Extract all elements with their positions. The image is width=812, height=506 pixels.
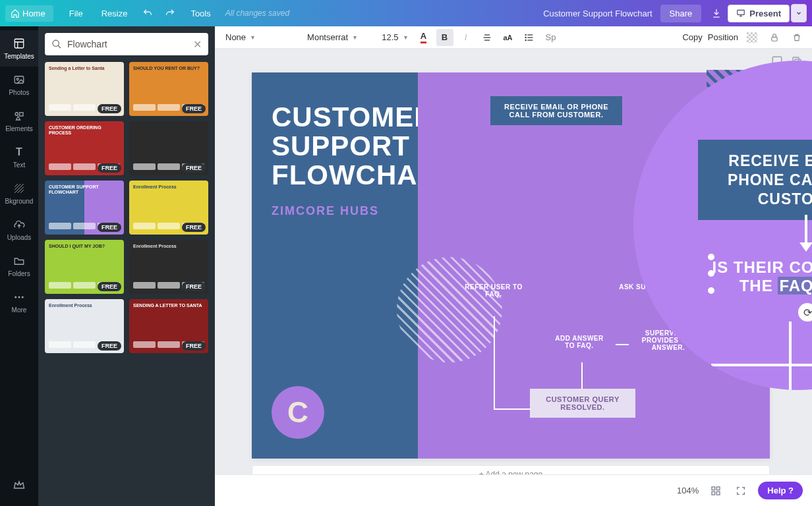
selection-handle[interactable] [708, 270, 714, 277]
home-button[interactable]: Home [5, 5, 53, 22]
thumb-title: SHOULD I QUIT MY JOB? [49, 244, 120, 249]
add-page-button[interactable]: + Add a new page [252, 465, 770, 474]
rail-templates[interactable]: Templates [0, 30, 38, 67]
template-thumb[interactable]: SENDING A LETTER TO SANTAFREE [129, 299, 208, 353]
flow-text-addfaq[interactable]: ADD ANSWER TO FAQ. [550, 335, 609, 349]
template-thumb[interactable]: Enrollment ProcessFREE [45, 299, 124, 353]
rotate-handle[interactable]: ⟳ [798, 303, 812, 322]
rail-upgrade[interactable] [0, 472, 38, 498]
svg-rect-0 [738, 10, 745, 14]
canvas-logo[interactable]: C [272, 386, 324, 439]
home-icon [11, 9, 20, 18]
canvas-subtitle[interactable]: ZIMCORE HUBS [252, 190, 418, 218]
free-badge: FREE [98, 163, 121, 173]
grid-view-button[interactable] [708, 483, 724, 499]
editor-toolbar: None▾ Montserrat▾ 12.5▾ A B I aA Sp Copy… [215, 26, 812, 49]
rail-text[interactable]: T Text [0, 139, 38, 175]
text-icon: T [13, 146, 26, 159]
flow-box-resolved[interactable]: CUSTOMER QUERY RESOLVED. [530, 389, 635, 418]
template-search[interactable]: ✕ [45, 33, 208, 55]
template-thumb[interactable]: SHOULD I QUIT MY JOB?FREE [45, 240, 124, 294]
more-icon [13, 291, 26, 304]
flow-box-receive[interactable]: RECEIVE EMAIL OR PHONE CALL FROM CUSTOME… [490, 96, 622, 125]
help-button[interactable]: Help ? [758, 482, 803, 499]
svg-rect-20 [717, 487, 720, 490]
thumb-title: Enrollment Process [49, 303, 120, 308]
lock-button[interactable] [766, 29, 783, 46]
svg-rect-8 [14, 39, 24, 48]
svg-point-3 [525, 40, 526, 40]
present-caret[interactable] [791, 4, 807, 22]
template-thumb[interactable]: FREE [129, 121, 208, 175]
italic-button[interactable]: I [457, 29, 475, 46]
thumb-title: Enrollment Process [133, 184, 204, 190]
template-thumb[interactable]: CUSTOMER SUPPORT FLOWCHARTFREE [45, 181, 124, 235]
tools-menu[interactable]: Tools [190, 9, 210, 18]
free-badge: FREE [182, 341, 206, 351]
delete-button[interactable] [788, 29, 805, 46]
undo-button[interactable] [138, 4, 157, 22]
template-thumb[interactable]: Sending a Letter to SantaFREE [45, 62, 124, 116]
template-thumb[interactable]: Enrollment ProcessFREE [129, 240, 208, 294]
uploads-icon [13, 218, 26, 231]
share-button[interactable]: Share [660, 5, 702, 22]
animation-dropdown[interactable]: None▾ [221, 30, 258, 44]
canvas-title[interactable]: CUSTOMER SUPPORT FLOWCHART [252, 72, 418, 190]
file-menu[interactable]: File [69, 9, 83, 18]
svg-point-13 [14, 296, 16, 298]
font-size-dropdown[interactable]: 12.5▾ [378, 30, 411, 44]
svg-point-11 [15, 113, 18, 116]
svg-rect-21 [712, 492, 715, 495]
redo-button[interactable] [161, 4, 179, 22]
copy-button[interactable]: Copy [682, 32, 702, 42]
free-badge: FREE [98, 223, 121, 232]
thumb-title: CUSTOMER ORDERING PROCESS [49, 125, 120, 135]
svg-rect-7 [772, 37, 777, 41]
template-thumb[interactable]: SHOULD YOU RENT OR BUY?FREE [129, 62, 208, 116]
search-input[interactable] [67, 39, 188, 49]
list-button[interactable] [521, 29, 538, 46]
template-thumb[interactable]: CUSTOMER ORDERING PROCESSFREE [45, 121, 124, 175]
free-badge: FREE [182, 282, 206, 291]
position-button[interactable]: Position [708, 32, 738, 42]
rail-uploads[interactable]: Uploads [0, 211, 38, 248]
align-button[interactable] [478, 29, 496, 46]
font-dropdown[interactable]: Montserrat▾ [303, 30, 361, 44]
svg-point-1 [525, 34, 526, 35]
present-button[interactable]: Present [728, 5, 790, 22]
rail-elements[interactable]: Elements [0, 103, 38, 139]
transparency-button[interactable] [743, 29, 761, 46]
mag-question-text[interactable]: IS THEIR CONCERN ON THE FAQ PAGE? [706, 258, 812, 295]
photos-icon [13, 73, 26, 86]
svg-point-15 [22, 296, 24, 298]
svg-rect-4 [747, 32, 757, 43]
rail-folders[interactable]: Folders [0, 248, 38, 284]
svg-rect-12 [20, 113, 23, 116]
top-bar: Home File Resize Tools All changes saved… [0, 0, 812, 26]
clear-search-icon[interactable]: ✕ [193, 38, 202, 51]
spacing-dropdown[interactable]: Sp [542, 30, 560, 44]
free-badge: FREE [182, 163, 206, 173]
save-status: All changes saved [225, 9, 289, 18]
home-label: Home [22, 9, 45, 18]
download-button[interactable] [707, 4, 726, 22]
rail-background[interactable]: Bkground [0, 175, 38, 211]
bold-button[interactable]: B [436, 29, 453, 46]
resize-menu[interactable]: Resize [102, 9, 128, 18]
template-thumb[interactable]: Enrollment ProcessFREE [129, 181, 208, 235]
mag-flow-box-receive[interactable]: RECEIVE EMAIL OR PHONE CALL FROM CUSTOME… [698, 140, 812, 220]
selection-handle[interactable] [708, 254, 714, 260]
uppercase-button[interactable]: aA [500, 29, 517, 46]
zoom-level[interactable]: 104% [677, 486, 699, 495]
selection-handle[interactable] [708, 287, 714, 294]
search-icon [51, 39, 62, 49]
side-rail: Templates Photos Elements T Text Bkgroun… [0, 26, 38, 506]
svg-point-10 [16, 78, 18, 80]
rail-photos[interactable]: Photos [0, 67, 38, 103]
free-badge: FREE [98, 341, 121, 351]
text-color-button[interactable]: A [415, 29, 432, 46]
document-title[interactable]: Customer Support Flowchart [543, 9, 652, 18]
arrow-shaft [805, 215, 807, 245]
fullscreen-button[interactable] [733, 483, 749, 499]
rail-more[interactable]: More [0, 284, 38, 320]
